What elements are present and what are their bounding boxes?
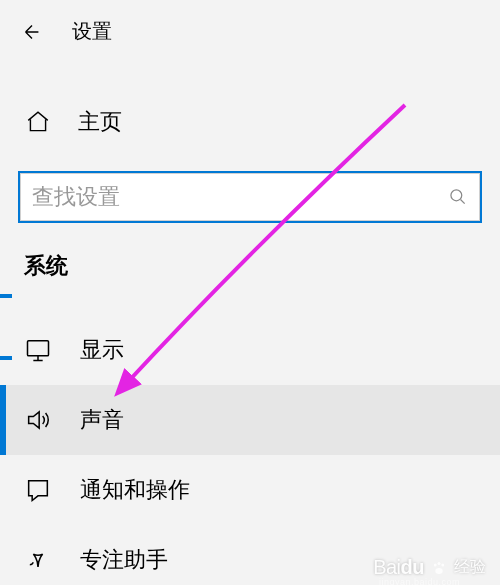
display-icon <box>24 336 52 364</box>
svg-point-4 <box>441 563 444 566</box>
svg-point-3 <box>438 562 441 565</box>
menu-label: 通知和操作 <box>80 475 190 505</box>
arrow-left-icon <box>21 21 43 43</box>
page-title: 设置 <box>72 18 112 45</box>
notification-icon <box>24 476 52 504</box>
focus-icon <box>24 546 52 574</box>
home-item[interactable]: 主页 <box>0 95 500 149</box>
search-icon <box>448 187 468 207</box>
svg-point-5 <box>435 568 443 574</box>
menu-label: 声音 <box>80 405 124 435</box>
search-input[interactable] <box>32 184 448 210</box>
menu-label: 显示 <box>80 335 124 365</box>
svg-point-2 <box>434 563 437 566</box>
search-box[interactable] <box>18 171 482 223</box>
watermark-url: jingyan.baidu.com <box>379 577 460 585</box>
menu-item-notifications[interactable]: 通知和操作 <box>0 455 500 525</box>
svg-point-0 <box>451 190 462 201</box>
menu-item-sound[interactable]: 声音 <box>0 385 500 455</box>
home-icon <box>24 108 52 136</box>
header: 设置 <box>0 0 500 63</box>
menu-label: 专注助手 <box>80 545 168 575</box>
home-label: 主页 <box>78 107 122 137</box>
svg-rect-1 <box>28 341 49 356</box>
watermark-logo: Baidu <box>373 556 424 579</box>
watermark: Baidu 经验 <box>373 556 486 579</box>
menu-item-display[interactable]: 显示 <box>0 315 500 385</box>
menu-list: 显示 声音 通知和操作 专注助手 <box>0 315 500 585</box>
paw-icon <box>430 559 448 577</box>
back-button[interactable] <box>20 20 44 44</box>
sound-icon <box>24 406 52 434</box>
watermark-text: 经验 <box>454 557 486 578</box>
section-header: 系统 <box>0 223 500 291</box>
